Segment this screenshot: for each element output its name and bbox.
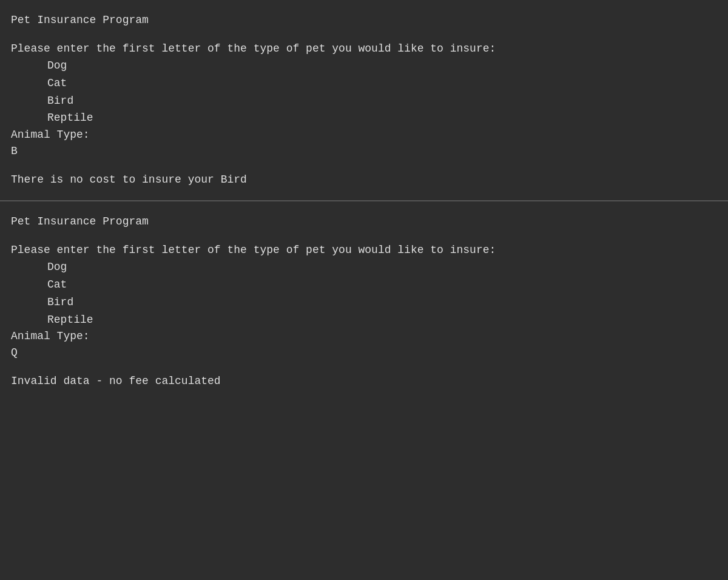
result-text-1: There is no cost to insure your Bird [11,174,247,186]
list-item: Reptile [47,109,717,127]
prompt-text-2: Please enter the first letter of the typ… [11,244,496,256]
list-item: Bird [47,92,717,110]
list-item: Dog [47,258,717,276]
prompt-line-2: Please enter the first letter of the typ… [11,242,717,258]
animal-type-value-1: B [11,143,717,160]
result-text-2: Invalid data - no fee calculated [11,375,221,387]
pet-type-dog-1: Dog [47,59,67,72]
pet-type-bird-1: Bird [47,95,73,107]
prompt-line-1: Please enter the first letter of the typ… [11,41,717,57]
pet-list-1: Dog Cat Bird Reptile [11,57,717,127]
list-item: Cat [47,75,717,92]
animal-value-text-1: B [11,145,18,157]
pet-list-2: Dog Cat Bird Reptile [11,258,717,328]
list-item: Bird [47,294,717,311]
section-2: Pet Insurance Program Please enter the f… [0,201,728,402]
result-line-1: There is no cost to insure your Bird [11,172,717,188]
animal-label-text-1: Animal Type: [11,129,90,141]
pet-type-cat-1: Cat [47,77,67,89]
animal-value-text-2: Q [11,346,18,359]
list-item: Reptile [47,311,717,329]
program-title-1: Pet Insurance Program [11,12,717,29]
pet-type-dog-2: Dog [47,261,67,273]
list-item: Cat [47,276,717,294]
animal-type-value-2: Q [11,345,717,361]
list-item: Dog [47,57,717,75]
section-1: Pet Insurance Program Please enter the f… [0,0,728,200]
animal-type-label-1: Animal Type: [11,127,717,143]
title-text-2: Pet Insurance Program [11,215,149,228]
title-text-1: Pet Insurance Program [11,14,149,26]
prompt-text-1: Please enter the first letter of the typ… [11,42,496,55]
result-line-2: Invalid data - no fee calculated [11,373,717,389]
animal-label-text-2: Animal Type: [11,330,90,342]
program-title-2: Pet Insurance Program [11,214,717,230]
pet-type-reptile-2: Reptile [47,314,93,326]
animal-type-label-2: Animal Type: [11,328,717,345]
pet-type-cat-2: Cat [47,278,67,291]
pet-type-bird-2: Bird [47,296,73,308]
pet-type-reptile-1: Reptile [47,112,93,124]
